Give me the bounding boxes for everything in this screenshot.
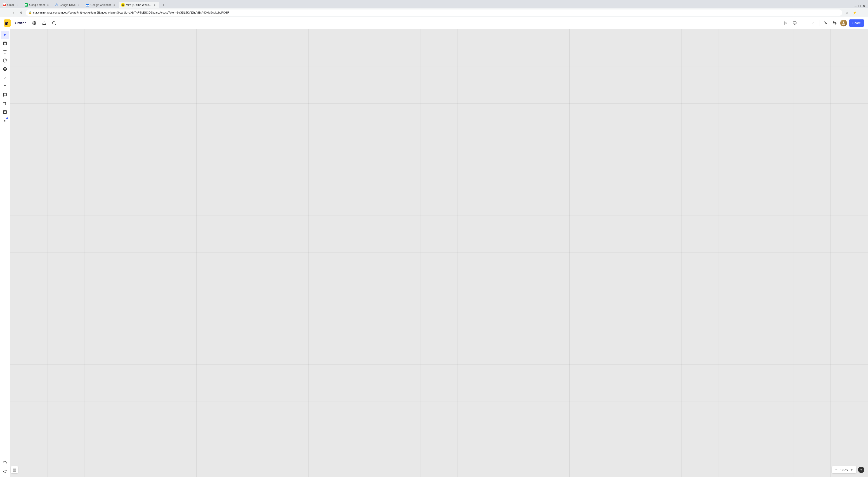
pen-tool[interactable] xyxy=(1,74,9,82)
svg-line-12 xyxy=(55,24,55,24)
svg-marker-3 xyxy=(55,4,58,6)
tab-favicon-miro: M xyxy=(121,3,125,6)
svg-rect-32 xyxy=(13,468,16,471)
svg-marker-13 xyxy=(784,22,786,24)
svg-rect-14 xyxy=(793,22,796,24)
window-controls: – □ ✕ xyxy=(855,4,868,8)
present-button[interactable] xyxy=(791,20,798,27)
pen-tool-header-button[interactable] xyxy=(831,20,838,27)
zoom-control: 100% xyxy=(832,466,856,473)
tab-title-drive: Google Drive xyxy=(60,3,75,6)
frames-tool[interactable] xyxy=(1,39,9,47)
svg-point-11 xyxy=(53,22,55,24)
address-bar[interactable]: 🔒 static.miro-apps.com/gmeet/#/board?mtt… xyxy=(26,9,842,16)
miro-logo: m xyxy=(4,20,11,27)
browser-tab-bar: Gmail × M Google Meet × Google Drive × 3… xyxy=(0,0,868,8)
tab-close-gmail[interactable]: × xyxy=(16,3,19,7)
svg-point-9 xyxy=(34,22,35,24)
app-header: m Untitled xyxy=(0,17,868,29)
tab-title-calendar: Google Calendar xyxy=(90,3,111,6)
toolbar-bottom xyxy=(1,458,9,475)
more-chevron-button[interactable] xyxy=(809,20,816,27)
tab-close-calendar[interactable]: × xyxy=(112,3,116,7)
tab-favicon-gmail xyxy=(3,3,6,6)
tab-favicon-meet: M xyxy=(25,3,28,6)
svg-point-21 xyxy=(834,23,835,23)
main-content: » xyxy=(0,29,868,477)
undo-button[interactable] xyxy=(1,458,9,467)
left-toolbar: » xyxy=(0,29,10,477)
browser-toolbar: ‹ › ↺ 🔒 static.miro-apps.com/gmeet/#/boa… xyxy=(0,8,868,17)
reload-button[interactable]: ↺ xyxy=(18,9,24,16)
new-tab-button[interactable]: + xyxy=(160,2,166,8)
canvas[interactable]: 100% ? xyxy=(10,29,868,477)
url-text: static.miro-apps.com/gmeet/#/board?mtt=u… xyxy=(33,11,839,14)
close-icon[interactable]: ✕ xyxy=(862,4,865,8)
more-dot-indicator xyxy=(6,117,8,119)
browser-menu-icon[interactable]: ⋮ xyxy=(859,9,865,16)
user-avatar[interactable] xyxy=(840,20,847,26)
svg-text:m: m xyxy=(5,21,8,26)
help-button[interactable]: ? xyxy=(858,467,864,473)
sticky-note-tool[interactable] xyxy=(1,57,9,65)
tab-title-miro: Miro | Online Whiteboard for V xyxy=(126,3,152,6)
browser-chrome: Gmail × M Google Meet × Google Drive × 3… xyxy=(0,0,868,17)
svg-marker-20 xyxy=(825,22,827,24)
toolbar-divider-bottom xyxy=(2,126,8,126)
help-icon: ? xyxy=(860,468,862,472)
tab-miro[interactable]: M Miro | Online Whiteboard for V × xyxy=(119,2,159,8)
tab-close-meet[interactable]: × xyxy=(46,3,50,7)
tab-favicon-drive xyxy=(55,3,58,6)
redo-button[interactable] xyxy=(1,467,9,475)
crop-tool[interactable] xyxy=(1,99,9,107)
tab-gmail[interactable]: Gmail × xyxy=(0,2,22,8)
notes-button[interactable] xyxy=(800,20,807,27)
zoom-out-button[interactable] xyxy=(834,467,839,473)
search-button[interactable] xyxy=(51,20,58,27)
tab-drive[interactable]: Google Drive × xyxy=(53,2,83,8)
share-button[interactable]: Share xyxy=(849,20,864,27)
more-icon: » xyxy=(4,119,6,123)
svg-text:M: M xyxy=(25,4,27,6)
minimize-icon[interactable]: – xyxy=(855,4,857,8)
arrow-tool[interactable] xyxy=(1,82,9,90)
browser-toolbar-actions: ☆ ⚡ ⋮ xyxy=(844,9,865,16)
svg-rect-23 xyxy=(3,42,6,45)
tab-favicon-calendar: 31 xyxy=(86,3,89,6)
tab-title-gmail: Gmail xyxy=(7,3,14,6)
tab-title-meet: Google Meet xyxy=(29,3,45,6)
back-button[interactable]: ‹ xyxy=(3,9,9,16)
tab-calendar[interactable]: 31 Google Calendar × xyxy=(83,2,119,8)
select-tool[interactable] xyxy=(1,31,9,39)
svg-point-22 xyxy=(843,22,844,23)
svg-text:31: 31 xyxy=(87,5,88,6)
panels-button[interactable] xyxy=(11,466,18,473)
comments-tool[interactable] xyxy=(1,91,9,99)
more-tools[interactable]: » xyxy=(1,116,9,125)
svg-line-28 xyxy=(4,76,6,79)
bottom-bar: 100% ? xyxy=(832,466,864,473)
security-icon: 🔒 xyxy=(29,11,32,14)
text-tool[interactable] xyxy=(1,48,9,56)
header-right: Share xyxy=(782,20,864,27)
tab-close-miro[interactable]: × xyxy=(153,3,157,7)
header-divider xyxy=(819,20,819,26)
select-tool-header-button[interactable] xyxy=(822,20,829,27)
tab-meet[interactable]: M Google Meet × xyxy=(22,2,53,8)
maximize-icon[interactable]: □ xyxy=(858,4,861,8)
shapes-tool[interactable] xyxy=(1,65,9,73)
export-button[interactable] xyxy=(40,20,48,27)
svg-rect-24 xyxy=(4,42,6,44)
extensions-icon[interactable]: ⚡ xyxy=(851,9,858,16)
tab-close-drive[interactable]: × xyxy=(77,3,81,7)
play-button[interactable] xyxy=(782,20,789,27)
zoom-level-display[interactable]: 100% xyxy=(840,468,848,472)
app-container: m Untitled xyxy=(0,17,868,477)
settings-button[interactable] xyxy=(31,20,38,27)
forward-button[interactable]: › xyxy=(10,9,17,16)
upload-tool[interactable] xyxy=(1,108,9,116)
zoom-in-button[interactable] xyxy=(849,467,855,473)
bookmark-star-icon[interactable]: ☆ xyxy=(844,9,850,16)
board-title[interactable]: Untitled xyxy=(13,20,28,26)
svg-rect-5 xyxy=(86,4,89,5)
